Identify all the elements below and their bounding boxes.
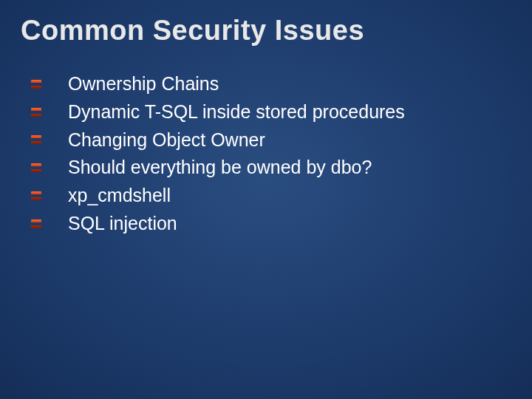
slide: Common Security Issues Ownership Chains … <box>0 0 532 399</box>
list-item: Should everything be owned by dbo? <box>31 155 511 180</box>
bullet-text: Changing Object Owner <box>68 128 265 153</box>
bullet-text: SQL injection <box>68 211 177 236</box>
list-item: Ownership Chains <box>31 72 511 97</box>
bullet-text: xp_cmdshell <box>68 183 171 208</box>
bullet-text: Ownership Chains <box>68 72 219 97</box>
bullet-text: Dynamic T-SQL inside stored procedures <box>68 100 405 125</box>
bullet-text: Should everything be owned by dbo? <box>68 155 372 180</box>
bullet-icon <box>31 191 41 200</box>
slide-title: Common Security Issues <box>21 15 511 47</box>
bullet-icon <box>31 219 41 228</box>
list-item: Changing Object Owner <box>31 128 511 153</box>
bullet-icon <box>31 163 41 172</box>
bullet-icon <box>31 135 41 144</box>
bullet-icon <box>31 80 41 89</box>
list-item: xp_cmdshell <box>31 183 511 208</box>
list-item: SQL injection <box>31 211 511 236</box>
bullet-icon <box>31 108 41 117</box>
list-item: Dynamic T-SQL inside stored procedures <box>31 100 511 125</box>
bullet-list: Ownership Chains Dynamic T-SQL inside st… <box>21 72 511 236</box>
